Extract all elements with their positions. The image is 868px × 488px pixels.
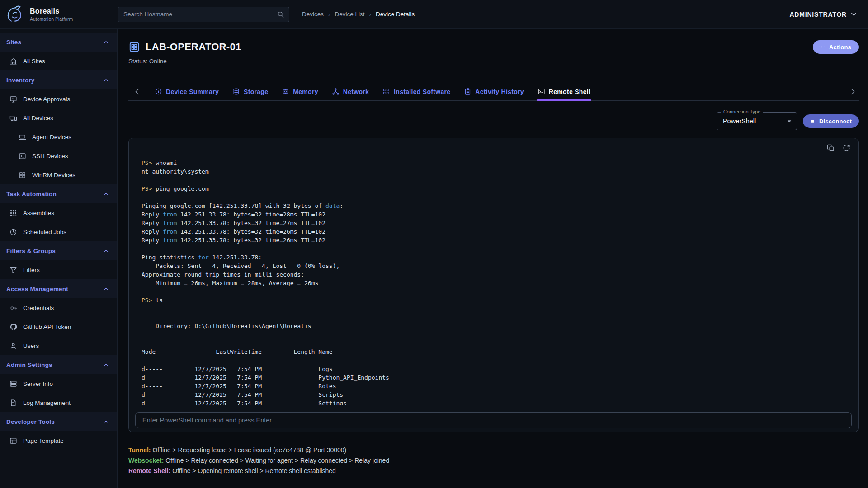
sidebar-section-label: Filters & Groups bbox=[6, 248, 56, 254]
hostname-search[interactable] bbox=[118, 7, 289, 22]
command-input[interactable] bbox=[135, 412, 852, 428]
terminal-line bbox=[142, 244, 845, 253]
sidebar-item-label: Page Template bbox=[23, 437, 64, 444]
tab-activity-history[interactable]: Activity History bbox=[464, 83, 524, 100]
terminal-line: Ping statistics for 142.251.33.78: bbox=[142, 253, 845, 262]
terminal-line bbox=[142, 330, 845, 339]
remote-shell-icon bbox=[538, 88, 545, 95]
connection-type-select[interactable]: Connection Type PowerShell bbox=[717, 112, 797, 130]
sidebar-item-ssh-devices[interactable]: SSH Devices bbox=[0, 146, 117, 165]
tab-network[interactable]: Network bbox=[332, 83, 369, 100]
tab-memory[interactable]: Memory bbox=[282, 83, 318, 100]
tabs-scroll-right-icon[interactable] bbox=[848, 87, 858, 97]
tabs-scroll-left-icon[interactable] bbox=[132, 87, 142, 97]
terminal-line bbox=[142, 305, 845, 313]
terminal-line: PS> ping google.com bbox=[142, 184, 845, 193]
device-icon bbox=[128, 41, 140, 53]
terminal-line bbox=[142, 193, 845, 202]
status-line-text: Offline > Requesting lease > Lease issue… bbox=[151, 446, 347, 454]
sidebar-item-credentials[interactable]: Credentials bbox=[0, 298, 117, 317]
sidebar-section-filters-groups[interactable]: Filters & Groups bbox=[0, 241, 117, 260]
sidebar-item-filters[interactable]: Filters bbox=[0, 260, 117, 279]
terminal-line: Pinging google.com [142.251.33.78] with … bbox=[142, 202, 845, 210]
copy-icon[interactable] bbox=[826, 144, 835, 152]
sidebar-item-server-info[interactable]: Server Info bbox=[0, 374, 117, 393]
chevron-up-icon bbox=[102, 38, 110, 46]
github-icon bbox=[9, 323, 17, 331]
terminal-line: d----- 12/7/2025 7:54 PM Roles bbox=[142, 382, 845, 390]
breadcrumb-devices[interactable]: Devices bbox=[302, 11, 324, 18]
tab-label: Storage bbox=[244, 88, 268, 95]
breadcrumb-device-details: Device Details bbox=[376, 11, 415, 18]
tab-label: Installed Software bbox=[394, 88, 450, 95]
sidebar-item-scheduled-jobs[interactable]: Scheduled Jobs bbox=[0, 222, 117, 241]
user-menu[interactable]: ADMINISTRATOR bbox=[789, 10, 868, 19]
sidebar-section-inventory[interactable]: Inventory bbox=[0, 70, 117, 89]
sidebar-item-all-sites[interactable]: All Sites bbox=[0, 52, 117, 70]
terminal-line: d----- 12/7/2025 7:54 PM Scripts bbox=[142, 390, 845, 399]
remote-shell-terminal: PS> whoamint authority\system PS> ping g… bbox=[128, 138, 859, 432]
terminal-line bbox=[142, 176, 845, 184]
search-icon[interactable] bbox=[277, 10, 284, 18]
device-status: Status: Online bbox=[128, 58, 859, 65]
terminal-line bbox=[142, 339, 845, 347]
sidebar-section-sites[interactable]: Sites bbox=[0, 33, 117, 52]
connection-row: Connection Type PowerShell Disconnect bbox=[128, 112, 859, 130]
tab-storage[interactable]: Storage bbox=[232, 83, 268, 100]
chevron-up-icon bbox=[102, 418, 110, 426]
sidebar-item-users[interactable]: Users bbox=[0, 336, 117, 355]
tab-label: Remote Shell bbox=[549, 88, 590, 95]
sidebar-section-access-management[interactable]: Access Management bbox=[0, 279, 117, 298]
sidebar-item-log-management[interactable]: Log Management bbox=[0, 393, 117, 412]
disconnect-button[interactable]: Disconnect bbox=[803, 114, 859, 128]
sidebar-item-github-api-token[interactable]: GitHub API Token bbox=[0, 317, 117, 336]
connection-type-value: PowerShell bbox=[723, 117, 756, 125]
sidebar-section-task-automation[interactable]: Task Automation bbox=[0, 184, 117, 203]
tab-label: Network bbox=[343, 88, 369, 95]
sidebar-item-label: GitHub API Token bbox=[23, 324, 71, 330]
chevron-down-icon bbox=[849, 10, 858, 19]
caret-down-icon bbox=[785, 117, 794, 126]
tab-device-summary[interactable]: Device Summary bbox=[155, 83, 219, 100]
sidebar-item-all-devices[interactable]: All Devices bbox=[0, 108, 117, 127]
more-options-icon bbox=[818, 43, 826, 51]
terminal-line: PS> whoami bbox=[142, 159, 845, 167]
terminal-line: Reply from 142.251.33.78: bytes=32 time=… bbox=[142, 219, 845, 227]
refresh-icon[interactable] bbox=[842, 144, 851, 152]
breadcrumb-device-list[interactable]: Device List bbox=[335, 11, 365, 18]
tab-installed-software[interactable]: Installed Software bbox=[382, 83, 450, 100]
status-line-text: Offline > Opening remote shell > Remote … bbox=[170, 467, 336, 474]
status-line-text: Offline > Relay connected > Waiting for … bbox=[164, 457, 389, 464]
terminal-line: nt authority\system bbox=[142, 167, 845, 176]
sidebar-section-developer-tools[interactable]: Developer Tools bbox=[0, 412, 117, 431]
actions-button[interactable]: Actions bbox=[813, 40, 859, 54]
device-approvals-icon bbox=[9, 95, 17, 103]
terminal-line: d----- 12/7/2025 7:54 PM Python_API_Endp… bbox=[142, 373, 845, 382]
sidebar-item-device-approvals[interactable]: Device Approvals bbox=[0, 89, 117, 108]
terminal-line: Approximate round trip times in milli-se… bbox=[142, 270, 845, 279]
page-title: LAB-OPERATOR-01 bbox=[146, 41, 241, 53]
terminal-line: Reply from 142.251.33.78: bytes=32 time=… bbox=[142, 227, 845, 236]
sidebar-item-agent-devices[interactable]: Agent Devices bbox=[0, 127, 117, 146]
terminal-line bbox=[142, 287, 845, 296]
search-input[interactable] bbox=[123, 11, 277, 18]
sidebar-item-assemblies[interactable]: Assemblies bbox=[0, 203, 117, 222]
breadcrumb-separator: › bbox=[328, 11, 330, 18]
winrm-devices-icon bbox=[19, 171, 26, 179]
sidebar-section-label: Developer Tools bbox=[6, 418, 55, 425]
connection-status-lines: Tunnel: Offline > Requesting lease > Lea… bbox=[128, 445, 859, 476]
storage-icon bbox=[232, 88, 240, 95]
tab-bar: Device SummaryStorageMemoryNetworkInstal… bbox=[128, 83, 859, 101]
sidebar-section-admin-settings[interactable]: Admin Settings bbox=[0, 355, 117, 374]
sidebar-item-label: WinRM Devices bbox=[32, 172, 75, 178]
terminal-line: d----- 12/7/2025 7:54 PM Settings bbox=[142, 399, 845, 405]
tab-remote-shell[interactable]: Remote Shell bbox=[538, 83, 590, 100]
disconnect-button-label: Disconnect bbox=[819, 118, 852, 125]
server-info-icon bbox=[9, 380, 17, 388]
sidebar-item-winrm-devices[interactable]: WinRM Devices bbox=[0, 165, 117, 184]
sidebar-item-page-template[interactable]: Page Template bbox=[0, 431, 117, 450]
status-line-label: Remote Shell: bbox=[128, 467, 170, 474]
terminal-output: PS> whoamint authority\system PS> ping g… bbox=[142, 159, 845, 405]
app-name: Borealis bbox=[30, 7, 73, 15]
sites-icon bbox=[9, 57, 17, 65]
